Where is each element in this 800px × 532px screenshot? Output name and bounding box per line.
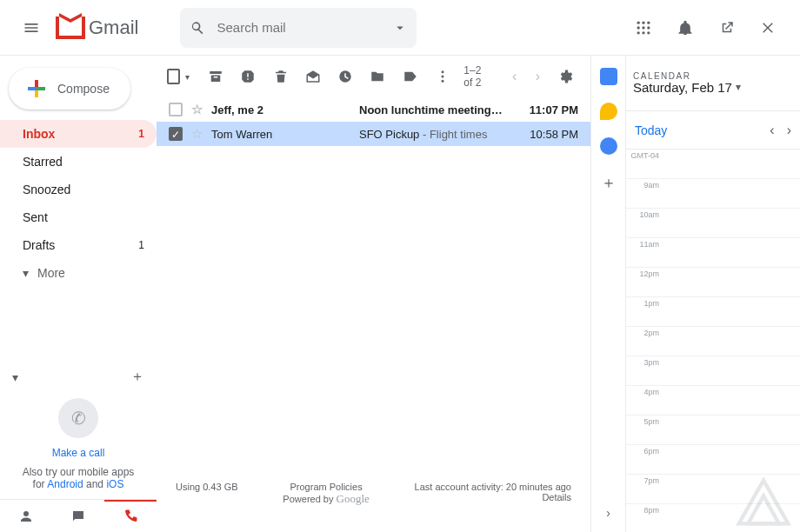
- svg-point-7: [642, 31, 644, 34]
- calendar-date: Saturday, Feb 17: [633, 81, 732, 96]
- app-header: Gmail: [0, 0, 800, 56]
- nav-more[interactable]: ▾ More: [0, 259, 157, 287]
- main-menu-button[interactable]: [14, 10, 49, 45]
- report-spam-button[interactable]: [234, 59, 263, 94]
- collapse-panel-button[interactable]: ›: [606, 506, 610, 520]
- compose-label: Compose: [57, 82, 110, 96]
- row-subject: SFO Pickup: [359, 128, 419, 141]
- hangouts-call-placeholder: ✆ Make a call Also try our mobile apps f…: [0, 391, 157, 499]
- trash-icon: [273, 69, 289, 84]
- hangouts-and: and: [86, 478, 106, 490]
- watermark-icon: [732, 471, 795, 527]
- svg-point-10: [441, 76, 443, 78]
- row-time: 11:07 PM: [514, 103, 578, 116]
- mail-open-icon: [305, 69, 321, 84]
- message-row[interactable]: ☆ Tom Warren SFO Pickup - Flight times 1…: [157, 122, 590, 146]
- program-policies-link[interactable]: Program Policies: [290, 482, 363, 492]
- nav-starred[interactable]: Starred: [0, 148, 157, 176]
- labels-button[interactable]: [396, 59, 424, 94]
- clock-icon: [337, 69, 353, 84]
- folder-move-icon: [370, 69, 385, 84]
- chat-icon: [70, 509, 86, 524]
- row-sender: Tom Warren: [211, 128, 350, 141]
- message-row[interactable]: ☆ Jeff, me 2 Noon lunchtime meetings - O…: [157, 97, 590, 122]
- tasks-rail-icon[interactable]: [600, 137, 617, 155]
- hangouts-panel: ▾ ＋ ✆ Make a call Also try our mobile ap…: [0, 362, 157, 532]
- add-addon-button[interactable]: ＋: [601, 172, 617, 193]
- calendar-hour: 5pm: [626, 416, 664, 426]
- nav-snoozed[interactable]: Snoozed: [0, 176, 157, 203]
- star-icon[interactable]: ☆: [191, 102, 203, 117]
- select-dropdown[interactable]: ▾: [185, 72, 190, 82]
- row-checkbox[interactable]: [169, 127, 183, 141]
- google-apps-button[interactable]: [626, 10, 661, 45]
- row-subject-line: SFO Pickup - Flight times: [359, 128, 505, 141]
- svg-point-1: [642, 21, 644, 23]
- nav-label: More: [37, 266, 65, 280]
- hangouts-add-icon[interactable]: ＋: [130, 368, 144, 386]
- notifications-button[interactable]: [668, 10, 703, 45]
- hangouts-tab-chats[interactable]: [52, 500, 104, 532]
- left-nav: Compose Inbox 1 Starred Snoozed Sent Dra…: [0, 56, 157, 532]
- row-sender: Jeff, me 2: [211, 103, 350, 116]
- calendar-header: CALENDAR Saturday, Feb 17 ▾: [626, 56, 800, 111]
- calendar-hour: 9am: [626, 179, 664, 190]
- make-call-link[interactable]: Make a call: [52, 447, 105, 459]
- calendar-next-button[interactable]: ›: [787, 123, 791, 138]
- newer-button[interactable]: ‹: [504, 69, 524, 84]
- delete-button[interactable]: [266, 59, 295, 94]
- android-link[interactable]: Android: [47, 478, 83, 490]
- archive-button[interactable]: [202, 59, 230, 94]
- calendar-hour: 11am: [626, 238, 664, 249]
- keep-rail-icon[interactable]: [600, 103, 617, 120]
- snooze-button[interactable]: [330, 59, 359, 94]
- today-button[interactable]: Today: [635, 123, 667, 137]
- gmail-logo-text: Gmail: [89, 17, 138, 39]
- activity-details-link[interactable]: Details: [542, 492, 571, 502]
- mark-read-button[interactable]: [298, 59, 327, 94]
- star-icon[interactable]: ☆: [191, 126, 203, 142]
- calendar-hour: 3pm: [626, 356, 664, 367]
- settings-button[interactable]: [551, 59, 580, 94]
- older-button[interactable]: ›: [528, 69, 548, 84]
- svg-point-8: [647, 31, 650, 34]
- hangouts-tab-calls[interactable]: [104, 500, 157, 532]
- calendar-grid[interactable]: GMT-04 9am 10am 11am 12pm 1pm 2pm 3pm 4p…: [626, 150, 800, 532]
- compose-button[interactable]: Compose: [9, 68, 130, 110]
- storage-usage: Using 0.43 GB: [176, 482, 238, 506]
- ios-link[interactable]: iOS: [106, 478, 123, 490]
- calendar-hour: 2pm: [626, 327, 664, 337]
- chevron-down-icon[interactable]: ▾: [12, 370, 18, 384]
- nav-label: Drafts: [23, 238, 55, 252]
- calendar-prev-button[interactable]: ‹: [770, 123, 774, 138]
- calendar-rail-icon[interactable]: [600, 68, 617, 85]
- bell-icon: [677, 19, 694, 37]
- nav-drafts[interactable]: Drafts 1: [0, 231, 157, 259]
- archive-icon: [208, 69, 223, 84]
- gmail-logo[interactable]: Gmail: [56, 17, 138, 39]
- search-input[interactable]: [215, 19, 383, 36]
- search-bar[interactable]: [180, 8, 417, 48]
- search-options-icon[interactable]: [392, 20, 408, 36]
- chevron-down-icon[interactable]: ▾: [736, 82, 741, 93]
- phone-icon: ✆: [58, 398, 98, 438]
- calendar-open-external-button[interactable]: [710, 10, 744, 45]
- row-subject: Noon lunchtime meetings: [359, 103, 503, 116]
- calendar-hour: 10am: [626, 209, 664, 219]
- mail-toolbar: ▾: [157, 56, 590, 97]
- select-all-checkbox[interactable]: [167, 69, 180, 84]
- row-time: 10:58 PM: [514, 128, 578, 141]
- more-vert-icon: [435, 69, 450, 84]
- nav-label: Starred: [23, 155, 63, 169]
- svg-point-4: [642, 26, 644, 29]
- calendar-hour: 12pm: [626, 268, 664, 278]
- google-brand: Google: [337, 492, 370, 505]
- nav-label: Inbox: [23, 127, 55, 141]
- hangouts-tab-contacts[interactable]: [0, 500, 52, 532]
- row-checkbox[interactable]: [169, 103, 183, 116]
- move-to-button[interactable]: [363, 59, 392, 94]
- calendar-close-button[interactable]: [751, 10, 786, 45]
- more-actions-button[interactable]: [428, 59, 457, 94]
- nav-sent[interactable]: Sent: [0, 203, 157, 231]
- nav-inbox[interactable]: Inbox 1: [0, 120, 157, 148]
